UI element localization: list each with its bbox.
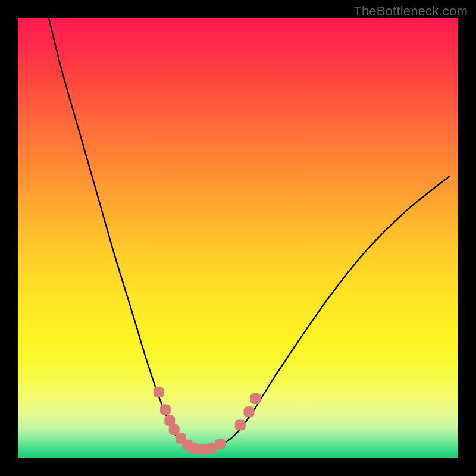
curve-svg xyxy=(18,18,458,458)
curve-marker xyxy=(250,393,261,404)
bottleneck-curve xyxy=(49,18,449,450)
curve-marker xyxy=(235,420,246,431)
curve-marker xyxy=(154,387,164,397)
attribution-text: TheBottleneck.com xyxy=(353,4,468,19)
curve-marker xyxy=(244,406,255,417)
curve-marker xyxy=(215,439,226,449)
curve-marker xyxy=(160,405,171,415)
chart-stage: TheBottleneck.com xyxy=(0,0,476,476)
curve-markers xyxy=(154,387,261,455)
plot-area xyxy=(18,18,458,458)
